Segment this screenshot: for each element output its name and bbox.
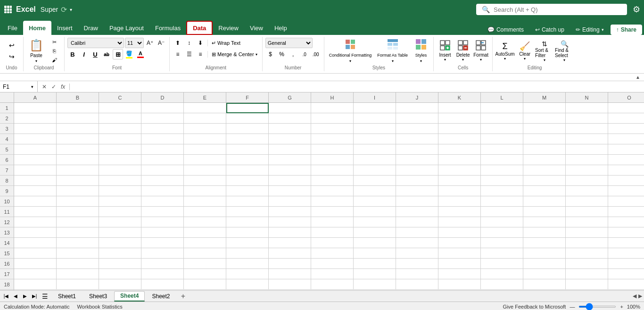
cell-K7[interactable] [438, 165, 481, 176]
row-num-17[interactable]: 17 [0, 269, 14, 279]
cell-A14[interactable] [14, 238, 57, 248]
cell-G15[interactable] [269, 248, 311, 259]
increase-font-btn[interactable]: A⁺ [145, 38, 155, 48]
align-right-btn[interactable]: ≡ [195, 49, 206, 59]
comments-button[interactable]: 💬 Comments [483, 25, 528, 35]
cell-H4[interactable] [311, 134, 354, 144]
cell-G4[interactable] [269, 134, 311, 144]
row-num-3[interactable]: 3 [0, 124, 14, 134]
cell-N18[interactable] [566, 279, 608, 290]
cell-K8[interactable] [438, 176, 481, 186]
sheet-tab-sheet4[interactable]: Sheet4 [114, 291, 145, 302]
cell-H12[interactable] [311, 217, 354, 227]
cell-H13[interactable] [311, 227, 354, 238]
cell-B6[interactable] [57, 155, 99, 165]
cell-O3[interactable] [608, 124, 644, 134]
cell-N14[interactable] [566, 238, 608, 248]
cell-O5[interactable] [608, 144, 644, 155]
cell-J15[interactable] [396, 248, 438, 259]
cell-A2[interactable] [14, 113, 57, 124]
cell-G12[interactable] [269, 217, 311, 227]
cell-M16[interactable] [523, 259, 566, 269]
undo-button[interactable]: ↩ [7, 40, 17, 50]
cell-L13[interactable] [481, 227, 523, 238]
cell-N7[interactable] [566, 165, 608, 176]
cell-M15[interactable] [523, 248, 566, 259]
cell-M10[interactable] [523, 196, 566, 207]
cell-N12[interactable] [566, 217, 608, 227]
col-header-O[interactable]: O [608, 92, 644, 102]
autosum-btn[interactable]: Σ AutoSum ▾ [495, 38, 514, 64]
cell-N11[interactable] [566, 207, 608, 217]
cell-G9[interactable] [269, 186, 311, 196]
cell-N9[interactable] [566, 186, 608, 196]
cell-D13[interactable] [141, 227, 184, 238]
cell-K14[interactable] [438, 238, 481, 248]
cell-F10[interactable] [226, 196, 269, 207]
cell-G11[interactable] [269, 207, 311, 217]
insert-function-btn[interactable]: fx [59, 84, 66, 90]
cell-L4[interactable] [481, 134, 523, 144]
enter-formula-btn[interactable]: ✓ [50, 84, 58, 90]
cell-M14[interactable] [523, 238, 566, 248]
cell-N4[interactable] [566, 134, 608, 144]
row-num-16[interactable]: 16 [0, 259, 14, 269]
cell-O11[interactable] [608, 207, 644, 217]
cell-B2[interactable] [57, 113, 99, 124]
cell-O4[interactable] [608, 134, 644, 144]
cell-J11[interactable] [396, 207, 438, 217]
cell-F18[interactable] [226, 279, 269, 290]
cell-K6[interactable] [438, 155, 481, 165]
cell-K1[interactable] [438, 103, 481, 113]
format-as-table-btn[interactable]: Format As Table ▾ [375, 38, 410, 64]
cell-M12[interactable] [523, 217, 566, 227]
cell-C15[interactable] [99, 248, 141, 259]
row-num-1[interactable]: 1 [0, 103, 14, 113]
cell-J16[interactable] [396, 259, 438, 269]
cell-K12[interactable] [438, 217, 481, 227]
cell-N17[interactable] [566, 269, 608, 279]
cell-B18[interactable] [57, 279, 99, 290]
cell-E2[interactable] [184, 113, 226, 124]
cell-O17[interactable] [608, 269, 644, 279]
cell-J12[interactable] [396, 217, 438, 227]
row-num-4[interactable]: 4 [0, 134, 14, 144]
cell-A4[interactable] [14, 134, 57, 144]
cell-N2[interactable] [566, 113, 608, 124]
cell-E5[interactable] [184, 144, 226, 155]
cell-O7[interactable] [608, 165, 644, 176]
cell-H16[interactable] [311, 259, 354, 269]
delete-btn[interactable]: Delete ▾ [454, 38, 471, 64]
scroll-right-icon[interactable]: ▶ [638, 293, 642, 299]
tab-review[interactable]: Review [213, 21, 244, 35]
feedback-link[interactable]: Give Feedback to Microsoft [503, 304, 566, 310]
row-num-9[interactable]: 9 [0, 186, 14, 196]
cell-H11[interactable] [311, 207, 354, 217]
tab-formulas[interactable]: Formulas [149, 21, 186, 35]
cell-E6[interactable] [184, 155, 226, 165]
cell-O13[interactable] [608, 227, 644, 238]
cell-J10[interactable] [396, 196, 438, 207]
cell-N6[interactable] [566, 155, 608, 165]
cell-B4[interactable] [57, 134, 99, 144]
cell-L12[interactable] [481, 217, 523, 227]
row-num-13[interactable]: 13 [0, 227, 14, 238]
workbook-stats-link[interactable]: Workbook Statistics [77, 304, 122, 310]
cell-E1[interactable] [184, 103, 226, 113]
editing-button[interactable]: ✏ Editing ▾ [571, 25, 609, 35]
col-header-F[interactable]: F [226, 92, 269, 102]
col-header-B[interactable]: B [57, 92, 99, 102]
cell-A18[interactable] [14, 279, 57, 290]
cell-B3[interactable] [57, 124, 99, 134]
cell-J13[interactable] [396, 227, 438, 238]
cell-J1[interactable] [396, 103, 438, 113]
row-num-14[interactable]: 14 [0, 238, 14, 248]
cell-A3[interactable] [14, 124, 57, 134]
cell-D2[interactable] [141, 113, 184, 124]
tab-insert[interactable]: Insert [51, 21, 78, 35]
cell-D8[interactable] [141, 176, 184, 186]
cell-J4[interactable] [396, 134, 438, 144]
cell-J2[interactable] [396, 113, 438, 124]
cell-L17[interactable] [481, 269, 523, 279]
cell-I18[interactable] [354, 279, 396, 290]
